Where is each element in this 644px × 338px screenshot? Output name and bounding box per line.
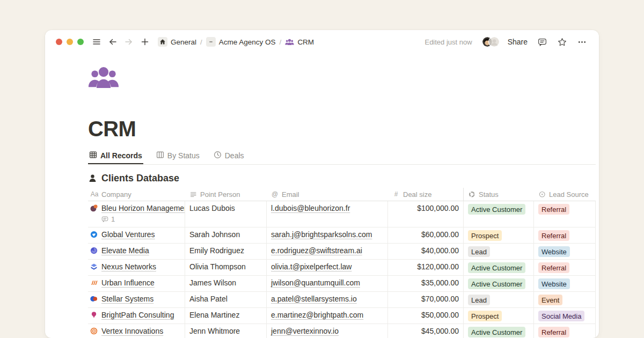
column-header-deal-size[interactable]: #Deal size [388, 188, 464, 201]
new-page-plus-icon[interactable] [140, 36, 150, 47]
share-button[interactable]: Share [508, 38, 528, 46]
status-cell[interactable]: Prospect [464, 227, 534, 243]
table-row[interactable]: BrightPath ConsultingElena Martineze.mar… [88, 308, 596, 324]
email-link[interactable]: sarah.j@brightsparksolns.com [271, 230, 372, 239]
lead-source-cell[interactable]: Referral [534, 227, 596, 243]
lead-source-cell[interactable]: Social Media [534, 308, 596, 324]
status-cell[interactable]: Active Customer [464, 276, 534, 291]
lead-source-cell[interactable]: Referral [534, 260, 596, 275]
lead-source-cell[interactable]: Referral [534, 324, 596, 338]
company-page-link[interactable]: BrightPath Consulting [101, 311, 174, 319]
breadcrumb-item-general[interactable]: General [158, 37, 196, 47]
table-row[interactable]: Global VenturesSarah Johnsonsarah.j@brig… [88, 227, 596, 244]
company-cell[interactable]: Bleu Horizon Management1 [88, 201, 185, 227]
email-cell[interactable]: l.dubois@bleuhorizon.fr [267, 201, 388, 227]
column-header-status[interactable]: Status [464, 188, 534, 201]
back-arrow-icon[interactable] [107, 36, 118, 47]
email-link[interactable]: jwilson@quantumquill.com [271, 278, 360, 287]
tab-all-records[interactable]: All Records [88, 150, 143, 164]
forward-arrow-icon[interactable] [123, 36, 134, 47]
tab-deals[interactable]: Deals [213, 150, 245, 164]
breadcrumb-item-crm[interactable]: CRM [285, 38, 314, 47]
email-cell[interactable]: e.martinez@brightpath.com [267, 308, 388, 324]
column-header-point-person[interactable]: Point Person [185, 188, 267, 201]
more-options-icon[interactable] [576, 36, 587, 47]
row-comment-count[interactable]: 1 [101, 215, 180, 223]
column-header-company[interactable]: AaCompany [88, 188, 185, 201]
close-window-button[interactable] [56, 39, 62, 45]
email-link[interactable]: l.dubois@bleuhorizon.fr [271, 204, 350, 212]
email-link[interactable]: e.rodriguez@swiftstream.ai [271, 246, 362, 255]
breadcrumb-item-acme-agency-os[interactable]: Acme Agency OS [206, 37, 276, 47]
email-cell[interactable]: jwilson@quantumquill.com [267, 276, 388, 291]
deal-size-cell[interactable]: $35,000.00 [388, 276, 464, 291]
lead-source-cell[interactable]: Website [534, 244, 596, 259]
deal-size-cell[interactable]: $45,000.00 [388, 324, 464, 338]
point-person-cell[interactable]: Lucas Dubois [185, 201, 267, 227]
email-link[interactable]: jenn@vertexinnov.io [271, 327, 339, 335]
lead-source-cell[interactable]: Event [534, 292, 596, 307]
email-link[interactable]: e.martinez@brightpath.com [271, 311, 363, 319]
email-cell[interactable]: e.rodriguez@swiftstream.ai [267, 244, 388, 259]
table-row[interactable]: Urban InfluenceJames Wilsonjwilson@quant… [88, 276, 596, 292]
email-cell[interactable]: a.patel@stellarsystems.io [267, 292, 388, 307]
zoom-window-button[interactable] [77, 39, 84, 45]
sidebar-toggle-icon[interactable] [91, 36, 102, 47]
email-link[interactable]: olivia.t@pixelperfect.law [271, 262, 352, 271]
lead-source-cell[interactable]: Website [534, 276, 596, 291]
column-header-lead-source[interactable]: Lead Source [534, 188, 596, 201]
company-page-link[interactable]: Bleu Horizon Management [101, 204, 185, 212]
email-cell[interactable]: olivia.t@pixelperfect.law [267, 260, 388, 275]
email-cell[interactable]: jenn@vertexinnov.io [267, 324, 388, 338]
company-cell[interactable]: Stellar Systems [88, 292, 185, 307]
email-cell[interactable]: sarah.j@brightsparksolns.com [267, 227, 388, 243]
company-page-link[interactable]: Nexus Networks [101, 262, 156, 271]
company-page-link[interactable]: Vertex Innovations [101, 327, 163, 335]
company-page-link[interactable]: Stellar Systems [101, 295, 153, 303]
company-cell[interactable]: Vertex Innovations [88, 324, 185, 338]
column-header-email[interactable]: @Email [267, 188, 388, 201]
company-cell[interactable]: Urban Influence [88, 276, 185, 291]
point-person-cell[interactable]: Elena Martinez [185, 308, 267, 324]
table-row[interactable]: Stellar SystemsAisha Patela.patel@stella… [88, 292, 596, 308]
status-cell[interactable]: Active Customer [464, 324, 534, 338]
deal-size-cell[interactable]: $120,000.00 [388, 260, 464, 275]
avatar[interactable] [488, 36, 500, 48]
table-row[interactable]: Bleu Horizon Management1Lucas Duboisl.du… [88, 201, 596, 227]
company-page-link[interactable]: Urban Influence [101, 278, 155, 287]
company-cell[interactable]: Elevate Media [88, 244, 185, 259]
table-row[interactable]: Vertex InnovationsJenn Whitmorejenn@vert… [88, 324, 596, 338]
deal-size-cell[interactable]: $40,000.00 [388, 244, 464, 259]
database-title-row[interactable]: Clients Database [88, 173, 599, 184]
comments-icon[interactable] [537, 36, 547, 47]
status-cell[interactable]: Prospect [464, 308, 534, 324]
point-person-cell[interactable]: Aisha Patel [185, 292, 267, 307]
table-row[interactable]: Nexus NetworksOlivia Thompsonolivia.t@pi… [88, 260, 596, 276]
point-person-cell[interactable]: James Wilson [185, 276, 267, 291]
page-title[interactable]: CRM [88, 117, 599, 141]
minimize-window-button[interactable] [67, 39, 73, 45]
table-row[interactable]: Elevate MediaEmily Rodrigueze.rodriguez@… [88, 244, 596, 260]
company-cell[interactable]: Nexus Networks [88, 260, 185, 275]
email-link[interactable]: a.patel@stellarsystems.io [271, 295, 357, 303]
company-cell[interactable]: Global Ventures [88, 227, 185, 243]
lead-source-cell[interactable]: Referral [534, 201, 596, 227]
tab-by-status[interactable]: By Status [155, 150, 201, 164]
status-cell[interactable]: Active Customer [464, 260, 534, 275]
company-cell[interactable]: BrightPath Consulting [88, 308, 185, 324]
point-person-cell[interactable]: Emily Rodriguez [185, 244, 267, 259]
status-cell[interactable]: Lead [464, 292, 534, 307]
point-person-cell[interactable]: Olivia Thompson [185, 260, 267, 275]
company-page-link[interactable]: Elevate Media [101, 246, 149, 255]
page-icon-people[interactable] [88, 65, 119, 90]
deal-size-cell[interactable]: $70,000.00 [388, 292, 464, 307]
status-cell[interactable]: Lead [464, 244, 534, 259]
point-person-cell[interactable]: Sarah Johnson [185, 227, 267, 243]
company-page-link[interactable]: Global Ventures [101, 230, 155, 239]
status-cell[interactable]: Active Customer [464, 201, 534, 227]
favorite-star-icon[interactable] [557, 36, 567, 47]
deal-size-cell[interactable]: $60,000.00 [388, 227, 464, 243]
point-person-cell[interactable]: Jenn Whitmore [185, 324, 267, 338]
deal-size-cell[interactable]: $50,000.00 [388, 308, 464, 324]
deal-size-cell[interactable]: $100,000.00 [388, 201, 464, 227]
